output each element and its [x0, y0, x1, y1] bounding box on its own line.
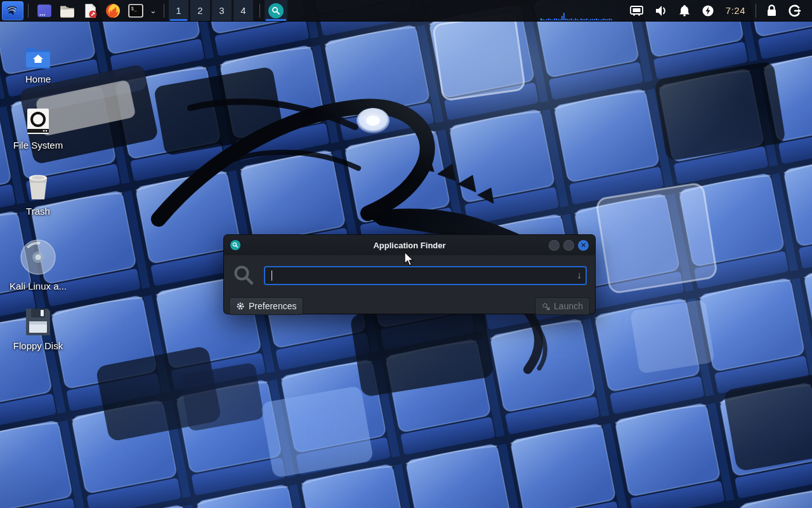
launcher-desktop[interactable] [33, 0, 56, 21]
minimize-button[interactable] [549, 240, 560, 251]
desktop-icon-label: Home [25, 74, 51, 84]
lock-screen-icon[interactable] [761, 4, 783, 17]
appfinder-window-icon [230, 240, 240, 250]
kali-menu-button[interactable] [2, 1, 23, 20]
preferences-button[interactable]: Preferences [229, 297, 303, 315]
desktop-icon-trash[interactable]: Trash [0, 171, 76, 217]
window-title: Application Finder [224, 241, 595, 250]
document-edit-icon [82, 3, 98, 19]
log-out-icon[interactable] [783, 4, 807, 17]
launch-icon [542, 302, 550, 311]
launcher-file-manager[interactable] [56, 0, 79, 21]
desktop-icon-file-system[interactable]: File System [0, 105, 76, 150]
network-tray-icon[interactable] [624, 5, 649, 17]
desktop-window-icon [36, 3, 53, 19]
desktop-root: $_ ⌄ 1 2 3 4 [0, 0, 812, 508]
panel-right-group: 7:24 [540, 0, 812, 21]
workspace-2-button[interactable]: 2 [190, 0, 210, 21]
hard-drive-icon [25, 105, 51, 135]
panel-separator [164, 4, 164, 18]
desktop-icon-label: Kali Linux a... [10, 281, 67, 291]
launcher-chevron-down-icon[interactable]: ⌄ [147, 6, 159, 15]
optical-disc-icon [20, 239, 56, 276]
desktop-icon-kali-cd[interactable]: Kali Linux a... [0, 239, 76, 291]
panel-separator [259, 4, 260, 18]
system-monitor-graph[interactable] [540, 1, 615, 20]
launch-label: Launch [554, 301, 583, 311]
panel-left-group: $_ ⌄ 1 2 3 4 [0, 0, 287, 21]
search-icon-large [232, 264, 255, 287]
terminal-icon: $_ [128, 3, 144, 19]
text-caret [272, 271, 272, 281]
power-manager-icon[interactable] [696, 4, 720, 17]
desktop-icon-label: File System [13, 140, 63, 150]
panel-separator [28, 4, 29, 18]
trash-bin-icon [26, 171, 50, 201]
search-icon [268, 3, 284, 18]
dropdown-arrow-icon[interactable]: ↓ [577, 269, 582, 280]
home-folder-icon [25, 39, 51, 69]
notifications-bell-icon[interactable] [673, 4, 696, 17]
volume-tray-icon[interactable] [649, 5, 673, 17]
panel-separator [756, 4, 756, 18]
desktop-icon-home[interactable]: Home [0, 39, 76, 84]
launcher-text-editor[interactable] [79, 0, 102, 21]
desktop-icon-floppy[interactable]: Floppy Disk [0, 306, 76, 351]
desktop-icon-label: Trash [26, 206, 50, 217]
close-button[interactable]: ✕ [578, 240, 589, 251]
launcher-firefox[interactable] [102, 0, 124, 21]
appfinder-panel-button[interactable] [265, 0, 287, 21]
window-controls: ✕ [549, 240, 589, 251]
finder-actions: Preferences Launch [224, 292, 595, 315]
desktop-icon-label: Floppy Disk [13, 340, 63, 351]
launch-button[interactable]: Launch [535, 297, 590, 315]
top-panel: $_ ⌄ 1 2 3 4 [0, 0, 812, 22]
svg-text:$_: $_ [131, 5, 137, 11]
search-input[interactable] [264, 266, 587, 285]
kali-logo-icon [6, 4, 20, 18]
application-finder-window: Application Finder ✕ ↓ [224, 235, 595, 314]
workspace-1-button[interactable]: 1 [169, 0, 188, 21]
maximize-button[interactable] [563, 240, 574, 251]
folder-icon [59, 3, 75, 19]
preferences-label: Preferences [249, 301, 296, 311]
floppy-disk-icon [25, 306, 51, 335]
gear-icon [236, 302, 245, 311]
firefox-icon [105, 3, 121, 19]
mouse-cursor [403, 251, 416, 267]
workspace-3-button[interactable]: 3 [212, 0, 232, 21]
launcher-terminal[interactable]: $_ [124, 0, 147, 21]
panel-clock[interactable]: 7:24 [720, 5, 751, 16]
search-input-wrap: ↓ [264, 266, 587, 285]
workspace-4-button[interactable]: 4 [233, 0, 253, 21]
